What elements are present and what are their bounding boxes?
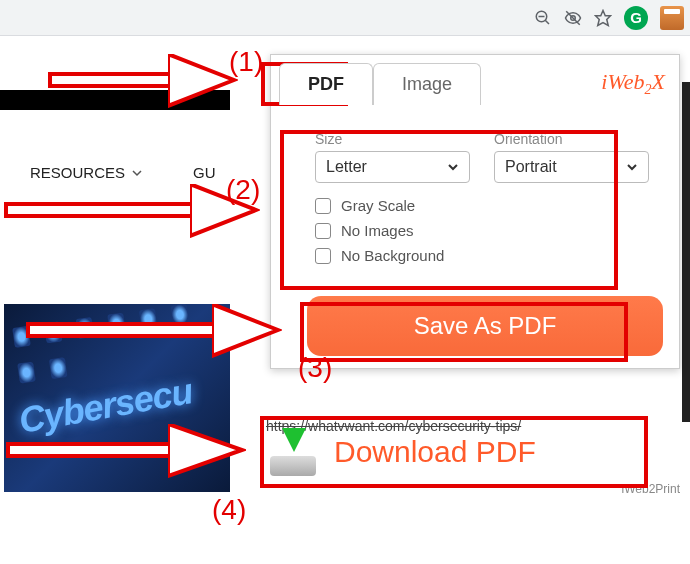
- article-thumbnail: Cybersecu: [4, 304, 230, 492]
- check-nobackground-label: No Background: [341, 247, 444, 264]
- iweb2x-popup: PDF Image iWeb2X Size Letter Orientation…: [270, 54, 680, 369]
- nav-guides-label: GU: [193, 164, 216, 181]
- site-nav: RESOURCES GU: [30, 164, 216, 181]
- browser-toolbar: G: [0, 0, 690, 36]
- thumbnail-text: Cybersecu: [16, 370, 196, 442]
- eye-off-icon[interactable]: [564, 9, 582, 27]
- size-label: Size: [315, 131, 470, 147]
- size-value: Letter: [326, 158, 367, 176]
- right-edge-strip: [682, 82, 690, 422]
- svg-line-1: [545, 20, 549, 24]
- popup-tabs: PDF Image iWeb2X: [271, 55, 679, 105]
- checkbox-icon: [315, 223, 331, 239]
- nav-guides-partial[interactable]: GU: [193, 164, 216, 181]
- check-grayscale[interactable]: Gray Scale: [315, 197, 649, 214]
- zoom-out-icon[interactable]: [534, 9, 552, 27]
- download-pdf-link[interactable]: Download PDF: [334, 435, 536, 469]
- check-noimages[interactable]: No Images: [315, 222, 649, 239]
- orientation-select[interactable]: Portrait: [494, 151, 649, 183]
- download-icon: [266, 428, 320, 476]
- grammarly-extension-icon[interactable]: G: [624, 6, 648, 30]
- iweb2x-extension-icon[interactable]: [660, 6, 684, 30]
- size-select[interactable]: Letter: [315, 151, 470, 183]
- nav-resources-label: RESOURCES: [30, 164, 125, 181]
- orientation-value: Portrait: [505, 158, 557, 176]
- check-noimages-label: No Images: [341, 222, 414, 239]
- checkbox-icon: [315, 248, 331, 264]
- tab-image[interactable]: Image: [373, 63, 481, 105]
- chevron-down-icon: [626, 161, 638, 173]
- checkbox-icon: [315, 198, 331, 214]
- star-icon[interactable]: [594, 9, 612, 27]
- footer-brand: iWeb2Print: [622, 482, 680, 496]
- download-result: https://whatvwant.com/cybersecurity-tips…: [260, 416, 648, 488]
- chevron-down-icon: [447, 161, 459, 173]
- pdf-options: Size Letter Orientation Portrait Gray Sc…: [301, 121, 663, 278]
- brand-logo: iWeb2X: [601, 69, 665, 98]
- chevron-down-icon: [131, 167, 143, 179]
- check-nobackground[interactable]: No Background: [315, 247, 649, 264]
- tab-pdf[interactable]: PDF: [279, 63, 373, 105]
- header-stripe: [0, 90, 230, 110]
- nav-resources[interactable]: RESOURCES: [30, 164, 143, 181]
- save-as-pdf-button[interactable]: Save As PDF: [307, 296, 663, 356]
- orientation-label: Orientation: [494, 131, 649, 147]
- check-grayscale-label: Gray Scale: [341, 197, 415, 214]
- svg-marker-5: [596, 10, 611, 25]
